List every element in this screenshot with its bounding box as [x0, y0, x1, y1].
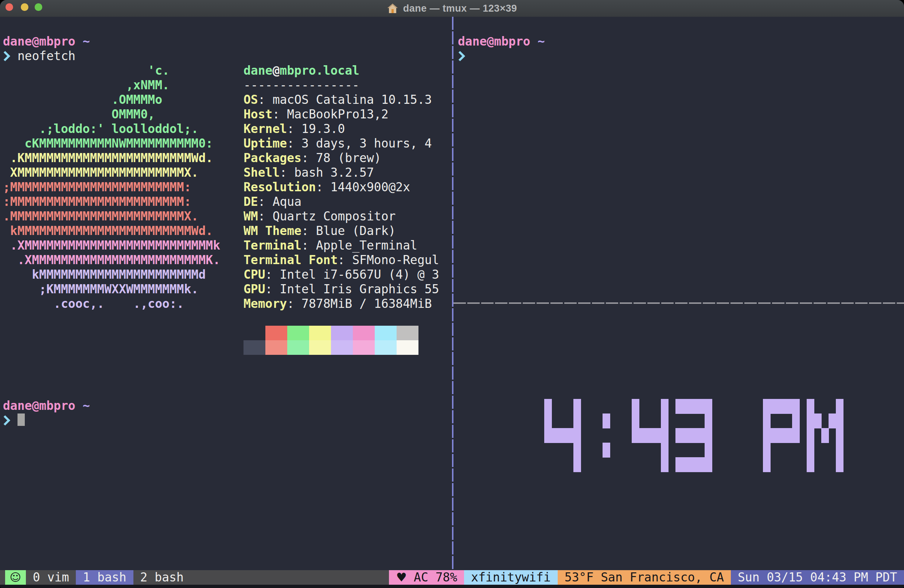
palette-swatch	[375, 326, 397, 340]
clock-pixel	[559, 428, 566, 443]
status-segment-text: Sun 03/15 04:43 PM PDT	[738, 570, 897, 585]
prompt-path: ~	[83, 399, 90, 413]
clock-pixel	[661, 428, 669, 443]
neofetch-info-value: 3 days, 3 hours, 4	[302, 136, 432, 150]
neofetch-info-line: GPU:Intel Iris Graphics 55	[243, 282, 439, 296]
neofetch-row: .;loddo:' loolloddol;.Kernel:19.3.0	[3, 122, 450, 136]
neofetch-info-label: Kernel	[243, 122, 287, 136]
command-text: neofetch	[17, 49, 76, 63]
neofetch-info-line: WM Theme:Blue (Dark)	[243, 224, 395, 238]
neofetch-info-value: macOS Catalina 10.15.3	[273, 93, 432, 107]
clock-pixel	[544, 428, 552, 443]
clock-pixel	[807, 428, 814, 443]
clock-pixel	[785, 399, 792, 414]
house-icon	[387, 3, 398, 14]
blank-line	[3, 311, 450, 326]
clock-pixel	[807, 399, 814, 414]
palette-swatch	[309, 340, 331, 355]
clock-pixel	[654, 428, 661, 443]
clock-pixel	[778, 428, 785, 443]
prompt-line: dane@mbpro~	[458, 34, 901, 49]
clock-pixel	[697, 399, 705, 414]
clock-pixel	[574, 457, 581, 472]
neofetch-art-line: ;MMMMMMMMMMMMMMMMMMMMMMMM:	[3, 180, 191, 194]
close-button[interactable]	[5, 3, 13, 11]
neofetch-info-line: Resolution:1440x900@2x	[243, 180, 410, 194]
neofetch-rows: 'c.dane@mbpro.local ,xNMM.--------------…	[3, 63, 450, 311]
blank-line	[458, 20, 901, 34]
neofetch-info-line: Terminal Font:SFMono-Regul	[243, 253, 439, 267]
neofetch-art-line: .MMMMMMMMMMMMMMMMMMMMMMMMX.	[3, 209, 198, 223]
neofetch-user: dane	[243, 63, 272, 77]
neofetch-info-line: DE:Aqua	[243, 194, 302, 209]
session-indicator[interactable]: ☺	[5, 570, 26, 585]
prompt-chevron-line	[458, 49, 901, 63]
clock-pixel	[602, 443, 610, 457]
clock-pixel	[705, 413, 712, 429]
clock-pixel	[807, 443, 814, 457]
clock-pixel	[705, 443, 712, 457]
neofetch-info-value: 1440x900@2x	[330, 180, 411, 194]
clock-pixel	[544, 413, 552, 429]
neofetch-info-value: Quartz Compositor	[273, 209, 396, 223]
neofetch-info-colon: :	[302, 224, 309, 238]
clock-pixel	[552, 428, 559, 443]
neofetch-row: kMMMMMMMMMMMMMMMMMMMMMMdCPU:Intel i7-656…	[3, 267, 450, 282]
left-pane[interactable]: dane@mbpro~ neofetch 'c.dane@mbpro.local…	[3, 20, 450, 428]
clock-pixel	[632, 399, 639, 414]
neofetch-info-label: GPU	[243, 282, 266, 296]
palette-swatch	[287, 326, 309, 340]
window-tab-1-bash[interactable]: 1 bash	[76, 570, 133, 585]
titlebar[interactable]: dane — tmux — 123×39	[0, 0, 904, 17]
right-pane-top[interactable]: dane@mbpro~	[458, 20, 901, 63]
neofetch-info-value: Intel i7-6567U (4) @ 3	[280, 267, 439, 282]
terminal-window: dane — tmux — 123×39 dane@mbpro~ neofetc…	[0, 0, 904, 588]
neofetch-row: .XMMMMMMMMMMMMMMMMMMMMMMMMMMkTerminal:Ap…	[3, 238, 450, 253]
palette-swatch	[331, 326, 353, 340]
heart-icon: ♥	[396, 570, 407, 585]
neofetch-info-line: WM:Quartz Compositor	[243, 209, 395, 224]
prompt-path: ~	[83, 34, 90, 49]
clock-pixel	[639, 428, 646, 443]
neofetch-info-line: OS:macOS Catalina 10.15.3	[243, 93, 432, 107]
palette-swatch	[331, 340, 353, 355]
window-tab-2-bash[interactable]: 2 bash	[133, 570, 191, 585]
clock-pixel	[836, 413, 844, 429]
blank-line	[3, 20, 450, 34]
neofetch-info-colon: :	[272, 107, 280, 121]
prompt-user: dane@mbpro	[3, 34, 76, 49]
zoom-button[interactable]	[35, 3, 42, 11]
window-footer	[0, 585, 904, 588]
neofetch-info-colon: :	[338, 253, 345, 267]
neofetch-row: ;KMMMMMMMWXXWMMMMMMMk.GPU:Intel Iris Gra…	[3, 282, 450, 296]
minimize-button[interactable]	[21, 3, 28, 11]
neofetch-art-line: .XMMMMMMMMMMMMMMMMMMMMMMMMK.	[3, 253, 220, 267]
neofetch-info-colon: :	[287, 136, 294, 150]
clock-pixel	[836, 443, 844, 457]
status-spacer	[191, 570, 389, 585]
neofetch-art-line: .XMMMMMMMMMMMMMMMMMMMMMMMMMMk	[3, 238, 220, 252]
window-tab-0-vim[interactable]: 0 vim	[26, 570, 76, 585]
prompt-line: dane@mbpro~	[3, 399, 450, 413]
neofetch-info-value: 78 (brew)	[316, 151, 381, 165]
palette-swatch	[266, 326, 287, 340]
status-segment-1: xfinitywifi	[464, 570, 558, 585]
clock-pixel	[821, 428, 829, 443]
neofetch-row: OMMM0,Host:MacBookPro13,2	[3, 107, 450, 122]
clock-pixel	[632, 428, 639, 443]
neofetch-separator: ----------------	[243, 78, 359, 92]
neofetch-info-value: bash 3.2.57	[294, 166, 374, 180]
neofetch-info-line: Kernel:19.3.0	[243, 122, 345, 136]
neofetch-info-colon: :	[258, 209, 266, 223]
clock-pixel	[705, 428, 712, 443]
palette-swatch	[287, 340, 309, 355]
neofetch-row: ;MMMMMMMMMMMMMMMMMMMMMMMM:Resolution:144…	[3, 180, 450, 194]
palette-swatch	[353, 326, 375, 340]
neofetch-art-line: OMMM0,	[3, 107, 155, 121]
pane-divider-horizontal[interactable]	[454, 303, 904, 304]
clock-pixel	[807, 413, 814, 429]
clock-pixel	[661, 457, 669, 472]
neofetch-info-value: MacBookPro13,2	[287, 107, 388, 121]
pane-divider-vertical[interactable]	[452, 17, 454, 570]
neofetch-info-label: Packages	[243, 151, 302, 165]
